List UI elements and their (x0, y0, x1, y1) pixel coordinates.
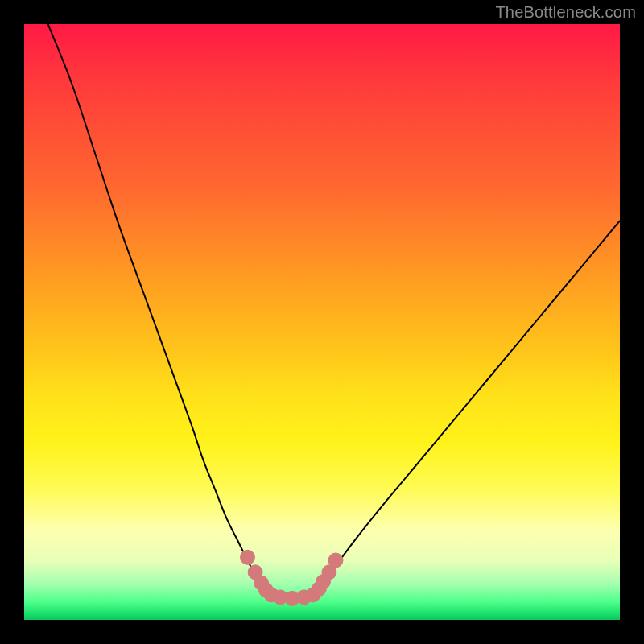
highlight-point (241, 550, 255, 564)
curve-layer (24, 24, 620, 620)
watermark-text: TheBottleneck.com (495, 3, 636, 22)
highlight-markers (241, 550, 344, 605)
right-curve (316, 221, 620, 593)
left-curve (48, 24, 269, 593)
plot-area (24, 24, 620, 620)
highlight-point (328, 553, 343, 568)
chart-frame: TheBottleneck.com (0, 0, 644, 644)
